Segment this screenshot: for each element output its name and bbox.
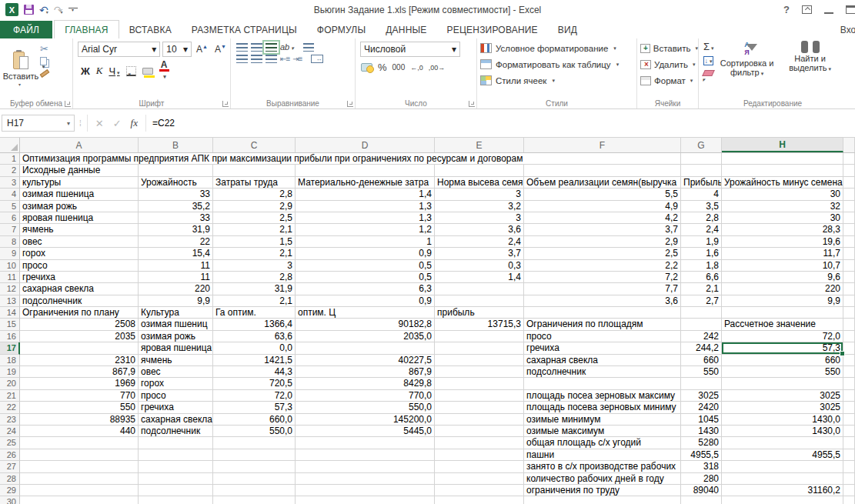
cell-E8[interactable]: 2,4 xyxy=(435,236,524,248)
cell-F28[interactable]: количество рабочих дней в году xyxy=(524,473,681,485)
row-header-22[interactable]: 22 xyxy=(0,402,20,413)
row-header-10[interactable]: 10 xyxy=(0,260,20,272)
insert-function-icon[interactable]: fx xyxy=(131,117,138,129)
cell-E4[interactable]: 3 xyxy=(435,189,524,200)
tab-view[interactable]: ВИД xyxy=(548,21,587,38)
fill-button[interactable]: ↓ xyxy=(703,56,713,65)
cell-A1[interactable]: Оптимизация программы предприятия АПК пр… xyxy=(20,153,681,165)
cell-A14[interactable]: Ограничения по плану xyxy=(20,307,139,319)
tab-review[interactable]: РЕЦЕНЗИРОВАНИЕ xyxy=(437,21,548,38)
cell-G4[interactable]: 4 xyxy=(681,189,722,200)
cell-H13[interactable]: 9,9 xyxy=(722,295,843,307)
cell-H17[interactable]: 57,3 xyxy=(722,342,843,354)
cell-C27[interactable] xyxy=(213,461,296,472)
cell-H7[interactable]: 28,3 xyxy=(722,224,843,235)
cell-B18[interactable]: ячмень xyxy=(139,355,213,366)
tab-home[interactable]: ГЛАВНАЯ xyxy=(54,20,119,38)
cell-D11[interactable]: 0,5 xyxy=(296,272,435,283)
cell-D17[interactable] xyxy=(296,342,435,354)
cell-D10[interactable]: 0,5 xyxy=(296,260,435,272)
cell-E18[interactable] xyxy=(435,355,524,366)
cell-F26[interactable]: пашни xyxy=(524,449,681,461)
cell-partial-8[interactable] xyxy=(843,236,855,248)
cell-F3[interactable]: Объем реализации семян(выручка xyxy=(524,177,681,189)
cell-A7[interactable]: ячмень xyxy=(20,224,139,235)
cell-A30[interactable] xyxy=(20,496,139,504)
cell-partial-7[interactable] xyxy=(843,224,855,235)
cell-B7[interactable]: 31,9 xyxy=(139,224,213,235)
cell-E11[interactable]: 1,4 xyxy=(435,272,524,283)
cell-partial-26[interactable] xyxy=(843,449,855,461)
find-select-button[interactable]: Найти и выделить xyxy=(780,41,840,96)
cell-E23[interactable] xyxy=(435,414,524,426)
cell-B20[interactable]: горох xyxy=(139,378,213,389)
cell-F17[interactable]: гречиха xyxy=(524,342,681,354)
cell-A26[interactable] xyxy=(20,449,139,461)
cell-C3[interactable]: Затраты труда xyxy=(213,177,296,189)
cell-F16[interactable]: просо xyxy=(524,331,681,342)
cell-F5[interactable]: 4,9 xyxy=(524,201,681,212)
cell-F12[interactable]: 7,7 xyxy=(524,283,681,295)
row-header-13[interactable]: 13 xyxy=(0,295,20,307)
cell-partial-28[interactable] xyxy=(843,473,855,485)
comma-style-button[interactable]: 000 xyxy=(392,63,406,72)
cell-C10[interactable]: 3 xyxy=(213,260,296,272)
cell-F15[interactable]: Ограничения по площадям xyxy=(524,319,681,330)
cell-D19[interactable]: 867,9 xyxy=(296,366,435,378)
cell-C17[interactable]: 0,0 xyxy=(213,342,296,354)
cell-G19[interactable]: 550 xyxy=(681,366,722,378)
cell-B21[interactable]: просо xyxy=(139,390,213,402)
cell-A13[interactable]: подсолнечник xyxy=(20,295,139,307)
cell-G12[interactable]: 2,1 xyxy=(681,283,722,295)
cell-G16[interactable]: 242 xyxy=(681,331,722,342)
row-header-3[interactable]: 3 xyxy=(0,177,20,189)
cell-G22[interactable]: 2420 xyxy=(681,402,722,413)
cell-B23[interactable]: сахарная свекла xyxy=(139,414,213,426)
orientation-button[interactable]: ab xyxy=(280,42,294,52)
cell-A6[interactable]: яровая пшеница xyxy=(20,212,139,224)
cell-C7[interactable]: 2,1 xyxy=(213,224,296,235)
cell-D21[interactable]: 770,0 xyxy=(296,390,435,402)
cell-D22[interactable]: 550,0 xyxy=(296,402,435,413)
col-header-H[interactable]: H xyxy=(722,138,843,152)
tab-formulas[interactable]: ФОРМУЛЫ xyxy=(307,21,376,38)
cell-B2[interactable] xyxy=(139,165,213,176)
cell-H19[interactable]: 550 xyxy=(722,366,843,378)
cell-H16[interactable]: 72,0 xyxy=(722,331,843,342)
cell-partial-1[interactable] xyxy=(843,153,855,165)
row-header-15[interactable]: 15 xyxy=(0,319,20,330)
cell-A22[interactable]: 550 xyxy=(20,402,139,413)
cell-B4[interactable]: 33 xyxy=(139,189,213,200)
cell-H25[interactable] xyxy=(722,437,843,449)
cell-G6[interactable]: 2,8 xyxy=(681,212,722,224)
cell-B5[interactable]: 35,2 xyxy=(139,201,213,212)
cell-partial-19[interactable] xyxy=(843,366,855,378)
cell-A18[interactable]: 2310 xyxy=(20,355,139,366)
cell-G23[interactable]: 1045 xyxy=(681,414,722,426)
confirm-entry-icon[interactable]: ✓ xyxy=(113,118,122,129)
cell-E20[interactable] xyxy=(435,378,524,389)
row-header-20[interactable]: 20 xyxy=(0,378,20,389)
cell-F18[interactable]: сахарная свекла xyxy=(524,355,681,366)
cell-G21[interactable]: 3025 xyxy=(681,390,722,402)
row-header-5[interactable]: 5 xyxy=(0,201,20,212)
font-dialog-launcher-icon[interactable] xyxy=(222,101,229,107)
name-box[interactable]: H17 ▾ xyxy=(2,115,75,132)
cell-F24[interactable]: озимые максимум xyxy=(524,426,681,437)
cell-partial-2[interactable] xyxy=(843,165,855,176)
row-header-18[interactable]: 18 xyxy=(0,355,20,366)
cell-B25[interactable] xyxy=(139,437,213,449)
cell-F19[interactable]: подсолнечник xyxy=(524,366,681,378)
align-top-button[interactable] xyxy=(236,43,248,52)
number-format-select[interactable]: Числовой▾ xyxy=(360,42,460,57)
cell-A2[interactable]: Исходные данные xyxy=(20,165,139,176)
cell-E25[interactable] xyxy=(435,437,524,449)
cell-C13[interactable]: 2,1 xyxy=(213,295,296,307)
bold-button[interactable]: Ж xyxy=(81,65,90,77)
row-header-27[interactable]: 27 xyxy=(0,461,20,472)
col-header-F[interactable]: F xyxy=(524,138,681,152)
customize-qat-button[interactable]: ▾ xyxy=(68,8,78,12)
cell-H12[interactable]: 220 xyxy=(722,283,843,295)
cell-B14[interactable]: Культура xyxy=(139,307,213,319)
cell-F20[interactable] xyxy=(524,378,681,389)
